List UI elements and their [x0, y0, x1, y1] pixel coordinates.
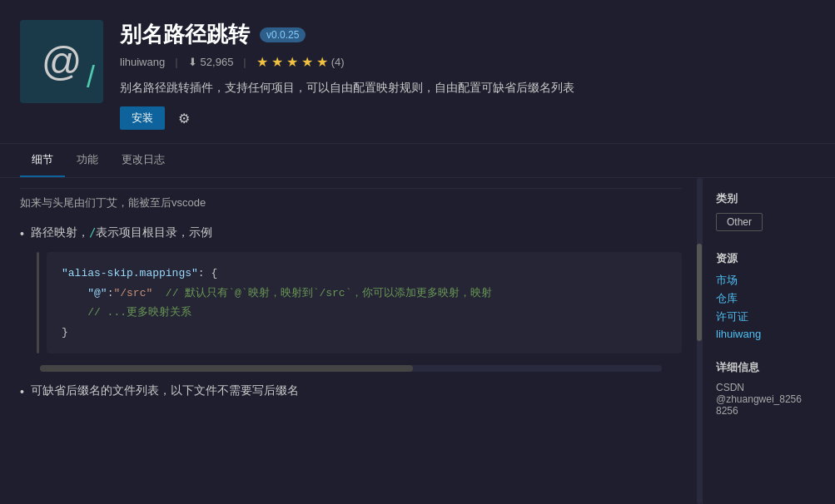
resource-link-0[interactable]: 市场	[716, 273, 822, 288]
tab-changelog[interactable]: 更改日志	[110, 144, 176, 177]
detail-section: 详细信息 CSDN @zhuangwei_8256 8256	[716, 360, 822, 417]
plugin-title-row: 别名路径跳转 v0.0.25	[120, 20, 815, 49]
bullet1-after: 表示项目根目录，示例	[96, 225, 212, 239]
horizontal-scrollbar-thumb	[40, 365, 413, 372]
resources-section: 资源 市场 仓库 许可证 lihuiwang	[716, 251, 822, 340]
resource-link-3[interactable]: lihuiwang	[716, 328, 822, 340]
horizontal-scrollbar-track[interactable]	[40, 365, 662, 372]
code-value: "/src"	[113, 287, 152, 299]
bullet-item-2: • 可缺省后缀名的文件列表，以下文件不需要写后缀名	[20, 383, 682, 398]
tab-feature[interactable]: 功能	[65, 144, 110, 177]
action-row: 安装 ⚙	[120, 106, 815, 130]
code-block: "alias-skip.mappings": { "@":"/src" // 默…	[47, 252, 682, 353]
download-icon: ⬇	[188, 56, 197, 68]
rating-count: (4)	[331, 56, 345, 68]
vertical-scrollbar[interactable]	[697, 178, 702, 504]
content-left: 如来与头尾由们丁艾，能被至后vscode • 路径映射，/表示项目根目录，示例 …	[0, 178, 702, 504]
detail-line-1: 8256	[716, 405, 822, 417]
stars-row: ★ ★ ★ ★ ★ (4)	[256, 54, 345, 70]
code-key-1: "alias-skip.mappings"	[62, 267, 198, 279]
detail-title: 详细信息	[716, 360, 822, 375]
content-inner: 如来与头尾由们丁艾，能被至后vscode • 路径映射，/表示项目根目录，示例 …	[0, 178, 702, 418]
bullet2-text: 可缺省后缀名的文件列表，以下文件不需要写后缀名	[31, 383, 299, 398]
resource-link-2[interactable]: 许可证	[716, 309, 822, 324]
star-2: ★	[271, 54, 283, 70]
sidebar-right: 类别 Other 资源 市场 仓库 许可证 lihuiwang 详细信息 CSD…	[702, 178, 835, 504]
bullet-item-1: • 路径映射，/表示项目根目录，示例	[20, 225, 682, 240]
star-3: ★	[286, 54, 298, 70]
star-5: ★	[316, 54, 328, 70]
truncated-top-text: 如来与头尾由们丁艾，能被至后vscode	[20, 188, 682, 217]
tab-bar: 细节 功能 更改日志	[0, 144, 835, 178]
category-badge[interactable]: Other	[716, 213, 763, 231]
plugin-author: lihuiwang	[120, 56, 165, 68]
code-key-2: "@"	[87, 287, 107, 299]
code-comment-2: // ...更多映射关系	[87, 306, 191, 319]
plugin-meta-row: lihuiwang | ⬇ 52,965 | ★ ★ ★ ★ ★ (4)	[120, 54, 815, 70]
v-scroll-thumb	[697, 244, 702, 341]
bullet1-text: 路径映射，/表示项目根目录，示例	[31, 225, 212, 240]
plugin-icon-inner: @ /	[20, 20, 103, 103]
plugin-title: 别名路径跳转	[120, 20, 250, 49]
bullet1-before: 路径映射，	[31, 225, 89, 239]
star-4: ★	[301, 54, 313, 70]
v-scroll-track	[697, 178, 702, 504]
plugin-description: 别名路径跳转插件，支持任何项目，可以自由配置映射规则，自由配置可缺省后缀名列表	[120, 78, 815, 96]
bullet-dot-1: •	[20, 227, 24, 240]
code-comment-1: // 默认只有`@`映射，映射到`/src`，你可以添加更多映射，映射	[152, 287, 492, 299]
code-block-wrapper: "alias-skip.mappings": { "@":"/src" // 默…	[37, 252, 682, 353]
resource-link-1[interactable]: 仓库	[716, 291, 822, 306]
star-1: ★	[256, 54, 268, 70]
bullet-dot-2: •	[20, 385, 24, 398]
settings-button[interactable]: ⚙	[175, 107, 193, 130]
tab-detail[interactable]: 细节	[20, 144, 65, 177]
main-content: 如来与头尾由们丁艾，能被至后vscode • 路径映射，/表示项目根目录，示例 …	[0, 178, 835, 504]
slash-symbol: /	[87, 60, 95, 95]
download-count: 52,965	[201, 56, 234, 68]
left-bar	[37, 252, 39, 353]
install-button[interactable]: 安装	[120, 106, 165, 130]
version-badge: v0.0.25	[260, 27, 306, 42]
at-symbol: @	[42, 42, 82, 82]
category-section: 类别 Other	[716, 191, 822, 231]
download-info: ⬇ 52,965	[188, 56, 234, 68]
plugin-info: 别名路径跳转 v0.0.25 lihuiwang | ⬇ 52,965 | ★ …	[120, 20, 815, 130]
resources-title: 资源	[716, 251, 822, 266]
category-title: 类别	[716, 191, 822, 206]
detail-line-0: CSDN @zhuangwei_8256	[716, 382, 822, 405]
page-wrapper: @ / 别名路径跳转 v0.0.25 lihuiwang | ⬇ 52,965 …	[0, 0, 835, 504]
plugin-icon: @ /	[20, 20, 103, 103]
header-area: @ / 别名路径跳转 v0.0.25 lihuiwang | ⬇ 52,965 …	[0, 0, 835, 144]
